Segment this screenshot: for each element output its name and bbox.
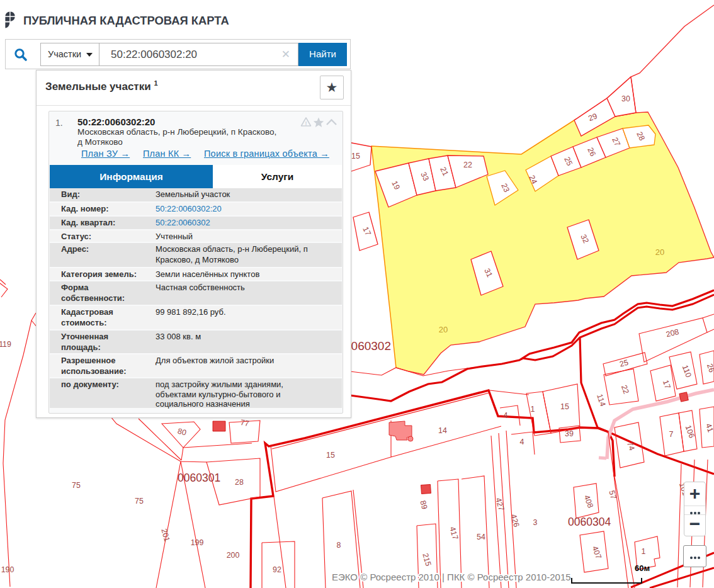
svg-text:1: 1 bbox=[642, 547, 646, 556]
svg-text:54: 54 bbox=[477, 533, 485, 541]
svg-text:4: 4 bbox=[520, 438, 524, 446]
svg-text:0060302: 0060302 bbox=[344, 339, 391, 353]
svg-text:22: 22 bbox=[463, 161, 472, 169]
svg-text:15: 15 bbox=[326, 451, 335, 460]
svg-text:7: 7 bbox=[669, 430, 674, 439]
svg-text:92: 92 bbox=[273, 565, 281, 574]
svg-text:77: 77 bbox=[240, 418, 250, 428]
svg-text:39: 39 bbox=[565, 429, 574, 438]
svg-text:28: 28 bbox=[235, 478, 244, 487]
svg-text:119: 119 bbox=[0, 340, 11, 349]
svg-text:ЕЭКО © Росреестр 2010 | ПКК ©: ЕЭКО © Росреестр 2010 | ПКК © Росреестр … bbox=[332, 572, 571, 582]
svg-text:20: 20 bbox=[655, 247, 664, 257]
svg-text:200: 200 bbox=[227, 551, 240, 560]
svg-text:3: 3 bbox=[533, 518, 538, 527]
svg-text:0060301: 0060301 bbox=[178, 472, 220, 484]
svg-text:1: 1 bbox=[531, 405, 535, 414]
svg-text:60м: 60м bbox=[635, 563, 650, 573]
svg-text:15: 15 bbox=[560, 402, 569, 411]
svg-text:15: 15 bbox=[351, 152, 360, 161]
svg-text:14: 14 bbox=[438, 426, 447, 435]
svg-text:30: 30 bbox=[621, 94, 630, 103]
svg-text:4: 4 bbox=[504, 411, 508, 420]
svg-text:199: 199 bbox=[191, 538, 204, 547]
svg-text:!: ! bbox=[305, 120, 307, 127]
svg-text:75: 75 bbox=[72, 481, 81, 490]
svg-text:20: 20 bbox=[439, 325, 448, 334]
svg-text:190: 190 bbox=[1, 565, 14, 574]
svg-text:0060304: 0060304 bbox=[568, 516, 611, 528]
svg-text:8: 8 bbox=[337, 541, 341, 550]
svg-text:75: 75 bbox=[135, 497, 144, 506]
